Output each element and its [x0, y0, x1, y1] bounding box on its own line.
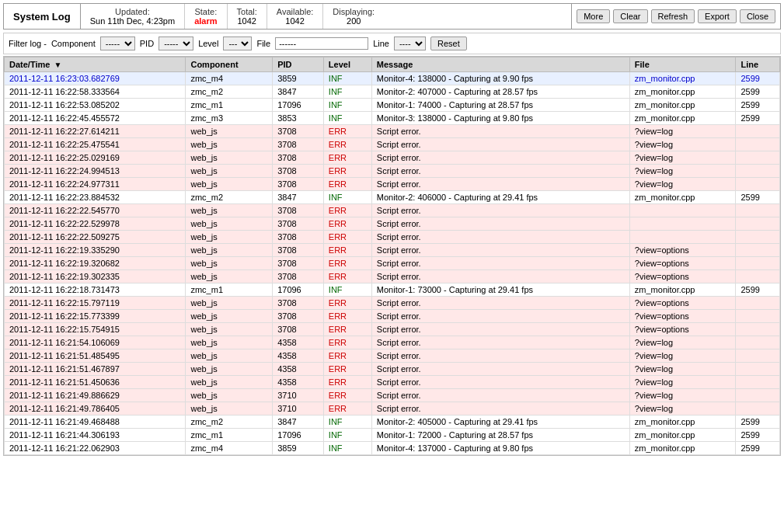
table-row: 2011-12-11 16:22:19.335290web_js3708ERRS… — [5, 244, 780, 257]
cell-datetime: 2011-12-11 16:21:51.467897 — [5, 363, 186, 376]
cell-component: web_js — [186, 257, 273, 270]
cell-message: Script error. — [371, 376, 629, 389]
cell-file: ?view=log — [629, 151, 736, 165]
reset-button[interactable]: Reset — [430, 37, 467, 50]
cell-component: web_js — [186, 151, 273, 165]
cell-pid: 3847 — [273, 416, 324, 429]
title-text: System Log — [13, 11, 71, 23]
col-header-line[interactable]: Line — [736, 57, 780, 72]
cell-message: Monitor-3: 138000 - Capturing at 9.80 fp… — [371, 112, 629, 125]
table-row: 2011-12-11 16:21:44.306193zmc_m117096INF… — [5, 429, 780, 442]
state-block: State: alarm — [185, 4, 227, 29]
filter-label: Filter log - — [9, 39, 47, 48]
available-value: 1042 — [277, 16, 314, 26]
cell-level: ERR — [323, 138, 371, 151]
cell-message: Monitor-1: 72000 - Capturing at 28.57 fp… — [371, 429, 629, 442]
cell-pid: 3853 — [273, 112, 324, 125]
cell-datetime: 2011-12-11 16:22:24.994513 — [5, 165, 186, 178]
col-header-datetime[interactable]: Date/Time ▼ — [5, 57, 186, 72]
cell-level: INF — [323, 416, 371, 429]
cell-datetime: 2011-12-11 16:22:19.335290 — [5, 244, 186, 257]
close-button[interactable]: Close — [740, 9, 775, 23]
cell-pid: 3710 — [273, 389, 324, 402]
cell-message: Script error. — [371, 310, 629, 323]
displaying-value: 200 — [333, 16, 375, 26]
cell-component: web_js — [186, 376, 273, 389]
level-label: Level — [198, 39, 218, 48]
cell-level: ERR — [323, 257, 371, 270]
cell-file: ?view=options — [629, 297, 736, 310]
export-button[interactable]: Export — [698, 9, 737, 23]
table-row: 2011-12-11 16:21:22.062903zmc_m43859INFM… — [5, 442, 780, 455]
updated-value: Sun 11th Dec, 4:23pm — [90, 16, 175, 26]
clear-button[interactable]: Clear — [613, 9, 647, 23]
cell-level: ERR — [323, 297, 371, 310]
cell-pid: 3708 — [273, 310, 324, 323]
col-header-pid[interactable]: PID — [273, 57, 324, 72]
cell-file: ?view=log — [629, 349, 736, 363]
cell-pid: 17096 — [273, 429, 324, 442]
table-row: 2011-12-11 16:21:51.467897web_js4358ERRS… — [5, 363, 780, 376]
pid-select[interactable]: ----- — [159, 37, 193, 50]
col-header-level[interactable]: Level — [323, 57, 371, 72]
cell-datetime: 2011-12-11 16:22:19.302335 — [5, 270, 186, 283]
cell-pid: 3708 — [273, 204, 324, 217]
cell-datetime: 2011-12-11 16:22:22.529978 — [5, 217, 186, 231]
cell-message: Script error. — [371, 323, 629, 336]
cell-component: zmc_m1 — [186, 283, 273, 297]
cell-message: Script error. — [371, 204, 629, 217]
cell-line: 2599 — [736, 112, 780, 125]
page-title: System Log — [4, 4, 81, 29]
cell-message: Monitor-2: 407000 - Capturing at 28.57 f… — [371, 85, 629, 99]
cell-pid: 3859 — [273, 72, 324, 85]
cell-line — [736, 257, 780, 270]
level-select[interactable]: --- — [223, 37, 252, 50]
cell-datetime: 2011-12-11 16:21:44.306193 — [5, 429, 186, 442]
cell-level: INF — [323, 191, 371, 204]
file-input[interactable] — [275, 37, 368, 50]
cell-datetime: 2011-12-11 16:21:49.786405 — [5, 402, 186, 416]
col-header-file[interactable]: File — [629, 57, 736, 72]
cell-message: Script error. — [371, 125, 629, 138]
cell-file: ?view=options — [629, 244, 736, 257]
cell-file: ?view=options — [629, 323, 736, 336]
cell-line — [736, 138, 780, 151]
cell-pid: 3708 — [273, 125, 324, 138]
cell-message: Script error. — [371, 231, 629, 244]
cell-component: zmc_m1 — [186, 429, 273, 442]
cell-level: ERR — [323, 389, 371, 402]
table-row: 2011-12-11 16:22:22.529978web_js3708ERRS… — [5, 217, 780, 231]
cell-file — [629, 217, 736, 231]
table-row: 2011-12-11 16:21:49.786405web_js3710ERRS… — [5, 402, 780, 416]
cell-file: ?view=log — [629, 165, 736, 178]
col-header-component[interactable]: Component — [186, 57, 273, 72]
cell-level: ERR — [323, 178, 371, 191]
cell-file: zm_monitor.cpp — [629, 72, 736, 85]
cell-component: web_js — [186, 244, 273, 257]
table-row: 2011-12-11 16:22:24.977311web_js3708ERRS… — [5, 178, 780, 191]
cell-pid: 4358 — [273, 376, 324, 389]
cell-line — [736, 376, 780, 389]
available-label: Available: — [277, 7, 314, 16]
table-row: 2011-12-11 16:21:54.106069web_js4358ERRS… — [5, 336, 780, 349]
available-block: Available: 1042 — [267, 4, 324, 29]
cell-pid: 3708 — [273, 217, 324, 231]
component-select[interactable]: ----- — [100, 37, 135, 50]
cell-file: ?view=options — [629, 270, 736, 283]
cell-level: ERR — [323, 165, 371, 178]
component-label: Component — [51, 39, 96, 48]
line-select[interactable]: ---- — [394, 37, 426, 50]
cell-line — [736, 231, 780, 244]
refresh-button[interactable]: Refresh — [651, 9, 695, 23]
cell-line — [736, 389, 780, 402]
cell-component: web_js — [186, 336, 273, 349]
table-row: 2011-12-11 16:22:53.085202zmc_m117096INF… — [5, 99, 780, 112]
pid-label: PID — [140, 39, 154, 48]
log-table-container: Date/Time ▼ Component PID Level Message … — [3, 56, 781, 456]
col-header-message[interactable]: Message — [371, 57, 629, 72]
more-button[interactable]: More — [577, 9, 610, 23]
cell-line: 2599 — [736, 442, 780, 455]
cell-message: Script error. — [371, 336, 629, 349]
cell-message: Monitor-2: 406000 - Capturing at 29.41 f… — [371, 191, 629, 204]
cell-datetime: 2011-12-11 16:22:15.773399 — [5, 310, 186, 323]
